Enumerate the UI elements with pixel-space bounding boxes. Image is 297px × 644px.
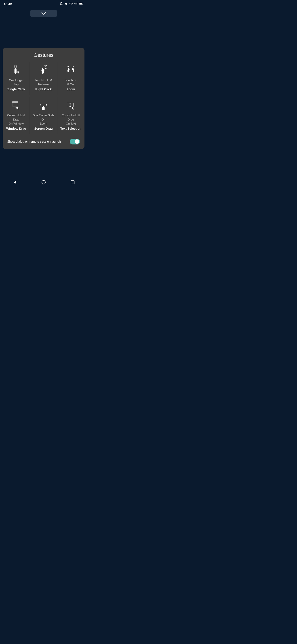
- svg-point-15: [73, 71, 74, 72]
- gesture-window-drag: Cursor Hold & DragOn Window Window Drag: [3, 97, 30, 134]
- gesture-zoom: Pinch In& Out Zoom: [57, 62, 84, 95]
- pinch-icon: [65, 64, 76, 76]
- notification-icon: [59, 2, 63, 6]
- svg-marker-22: [17, 107, 19, 110]
- right-click-name: Right Click: [35, 87, 52, 91]
- text-selection-icon: [65, 100, 76, 111]
- svg-point-0: [65, 3, 67, 5]
- svg-rect-33: [71, 180, 74, 184]
- svg-point-13: [43, 70, 44, 71]
- gestures-card: Gestures One FingerTap Single Click: [3, 48, 84, 149]
- svg-marker-7: [17, 71, 19, 74]
- dropdown-button[interactable]: [30, 10, 57, 17]
- bottom-space: [0, 149, 87, 176]
- toggle-label: Show dialog on remote session launch: [7, 140, 70, 143]
- session-launch-toggle[interactable]: [70, 139, 80, 144]
- touch-hold-icon: [38, 64, 49, 76]
- gesture-screen-drag: One Finger Slide OnZoom Screen Drag: [30, 97, 57, 134]
- window-drag-desc: Cursor Hold & DragOn Window: [4, 113, 28, 126]
- gestures-bottom-row: Cursor Hold & DragOn Window Window Drag …: [3, 97, 84, 134]
- background-space: [0, 20, 87, 48]
- record-icon: [64, 2, 68, 6]
- text-selection-name: Text Selection: [60, 126, 81, 130]
- window-drag-name: Window Drag: [6, 126, 26, 130]
- svg-marker-30: [72, 107, 74, 110]
- single-click-desc: One FingerTap: [9, 78, 23, 86]
- svg-point-32: [42, 180, 46, 184]
- gesture-single-click: One FingerTap Single Click: [3, 62, 30, 95]
- bottom-nav: [0, 176, 87, 189]
- gesture-right-click: Touch Hold &Release Right Click: [30, 62, 57, 95]
- text-selection-desc: Cursor Hold & DragOn Text: [59, 113, 83, 126]
- svg-point-12: [41, 70, 42, 71]
- svg-rect-2: [83, 3, 83, 4]
- window-drag-icon: [11, 100, 22, 111]
- gestures-top-row: One FingerTap Single Click Tou: [3, 62, 84, 95]
- svg-point-21: [13, 102, 14, 102]
- home-button[interactable]: [36, 178, 51, 187]
- back-button[interactable]: [7, 178, 22, 187]
- signal-icon: [74, 2, 78, 6]
- screen-drag-icon: [38, 100, 49, 111]
- toggle-slider: [70, 139, 80, 144]
- svg-point-11: [42, 68, 43, 69]
- screen-drag-name: Screen Drag: [34, 126, 52, 130]
- screen-drag-desc: One Finger Slide OnZoom: [32, 113, 55, 126]
- wifi-icon: [69, 2, 73, 6]
- svg-rect-3: [79, 3, 82, 4]
- gestures-title: Gestures: [3, 52, 84, 58]
- svg-point-14: [67, 71, 69, 72]
- recents-button[interactable]: [65, 178, 80, 187]
- one-finger-tap-icon: [11, 64, 22, 76]
- single-click-name: Single Click: [7, 87, 25, 91]
- zoom-name: Zoom: [67, 87, 75, 91]
- svg-point-20: [13, 102, 13, 102]
- battery-icon: [79, 2, 84, 6]
- right-click-desc: Touch Hold &Release: [35, 78, 52, 86]
- svg-point-6: [15, 68, 16, 69]
- gesture-text-selection: Cursor Hold & DragOn Text Text Selection: [57, 97, 84, 134]
- top-area: [0, 8, 87, 20]
- status-bar: 10:40: [0, 0, 87, 8]
- toggle-row: Show dialog on remote session launch: [3, 136, 84, 144]
- zoom-desc: Pinch In& Out: [66, 78, 76, 86]
- status-icons: [59, 2, 84, 6]
- status-time: 10:40: [3, 2, 12, 6]
- svg-point-25: [43, 106, 44, 107]
- svg-marker-31: [14, 180, 16, 184]
